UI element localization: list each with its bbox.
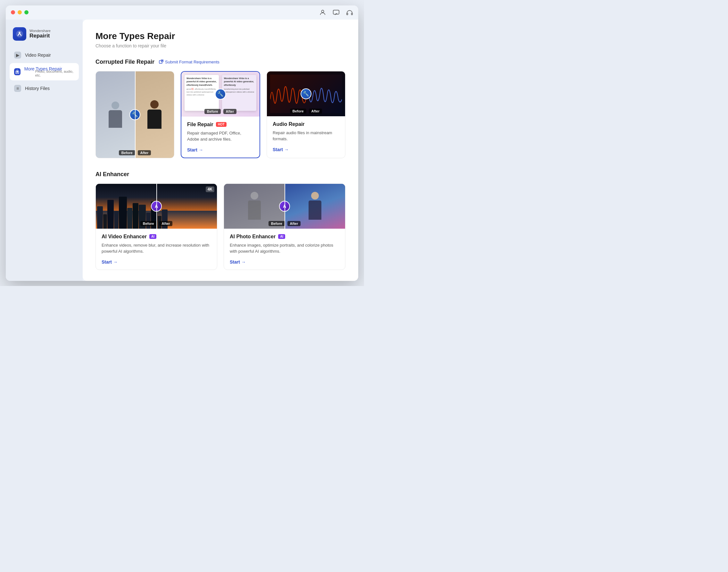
svg-rect-3	[351, 13, 353, 15]
ai-photo-title: AI Photo Enhancer	[230, 234, 276, 239]
sidebar: Wondershare Repairit ▶ Video Repair	[6, 19, 83, 281]
photo-after	[135, 71, 174, 158]
history-files-icon: ≡	[14, 85, 21, 92]
file-repair-desc: Repair damaged PDF, Office, Adobe and ar…	[187, 130, 254, 143]
logo-name: Repairit	[29, 33, 51, 39]
before-label: Before	[119, 150, 135, 155]
file-repair-icon: 🔧	[215, 89, 226, 99]
corrupted-file-repair-cards: 🔧 Before After Photo Repair HOT Repair c…	[95, 71, 345, 158]
app-body: Wondershare Repairit ▶ Video Repair	[6, 19, 358, 281]
ai-video-enhancer-card[interactable]: 4K A Before After AI Video Enhancer AI	[95, 184, 217, 270]
ai-video-title: AI Video Enhancer	[102, 234, 147, 239]
ai-video-body: AI Video Enhancer AI Enhance videos, rem…	[96, 229, 217, 270]
file-before-after-labels: Before After	[181, 109, 260, 114]
close-button[interactable]	[11, 10, 15, 14]
audio-repair-title-row: Audio Repair	[273, 121, 339, 127]
svg-point-5	[18, 32, 20, 33]
ai-badge-photo: AI	[278, 234, 285, 239]
file-repair-image: Wondershare Virbo is a powerful AI video…	[181, 72, 260, 117]
minimize-button[interactable]	[18, 10, 22, 14]
submit-format-label: Submit Format Requirements	[165, 60, 219, 64]
photo-repair-card[interactable]: 🔧 Before After Photo Repair HOT Repair c…	[95, 71, 174, 158]
ai-video-image: 4K A Before After	[96, 184, 217, 229]
logo-text: Wondershare Repairit	[29, 29, 51, 39]
ai-photo-image: A Before After	[224, 184, 345, 229]
corrupted-file-repair-title: Corrupted File Repair	[95, 59, 154, 65]
audio-repair-image: 🔧 Before After	[267, 71, 345, 116]
after-label: After	[223, 109, 237, 114]
sidebar-item-label: Video Repair	[25, 53, 51, 58]
audio-before-after-labels: Before After	[267, 109, 345, 114]
file-repair-card[interactable]: Wondershare Virbo is a powerful AI video…	[181, 71, 260, 158]
maximize-button[interactable]	[24, 10, 28, 14]
file-repair-title-row: File Repair HOT	[187, 122, 254, 128]
after-label: After	[287, 221, 301, 226]
sidebar-item-label: History Files	[25, 86, 50, 91]
file-repair-title: File Repair	[187, 122, 213, 128]
corrupted-file-repair-header: Corrupted File Repair Submit Format Requ…	[95, 59, 345, 65]
after-label: After	[138, 150, 151, 155]
sidebar-item-sublabel: Photo, document, audio, etc.	[35, 70, 74, 77]
titlebar-icons	[319, 9, 353, 16]
audio-repair-title: Audio Repair	[273, 121, 305, 127]
divider-line-photo	[284, 184, 285, 229]
before-label: Before	[204, 109, 221, 114]
ai-photo-start[interactable]: Start →	[230, 260, 339, 265]
chat-icon[interactable]	[333, 9, 340, 16]
ai-photo-title-row: AI Photo Enhancer AI	[230, 234, 339, 239]
before-label: Before	[268, 221, 285, 226]
sidebar-item-history-files[interactable]: ≡ History Files	[10, 82, 79, 95]
photo-repair-body: Photo Repair HOT Repair corrupted photos…	[96, 158, 174, 158]
ai-video-start[interactable]: Start →	[102, 260, 211, 265]
after-label: After	[309, 109, 322, 114]
divider-line-video	[156, 184, 157, 229]
titlebar	[6, 5, 358, 19]
ai-photo-desc: Enhance images, optimize portraits, and …	[230, 242, 339, 255]
traffic-lights	[11, 10, 28, 14]
svg-point-6	[16, 71, 18, 72]
before-label: Before	[140, 221, 157, 226]
ai-badge: AI	[149, 234, 156, 239]
more-types-icon	[14, 68, 20, 75]
sidebar-item-video-repair[interactable]: ▶ Video Repair	[10, 48, 79, 62]
photo-before	[96, 71, 135, 158]
badge-4k: 4K	[206, 187, 214, 192]
audio-repair-start[interactable]: Start →	[273, 147, 339, 152]
logo-brand: Wondershare	[29, 29, 51, 33]
external-link-icon	[159, 60, 163, 64]
audio-repair-body: Audio Repair Repair audio files in mains…	[267, 116, 345, 157]
audio-repair-desc: Repair audio files in mainstream formats…	[273, 130, 339, 143]
audio-repair-card[interactable]: 🔧 Before After Audio Repair Repair audio…	[267, 71, 345, 158]
before-label: Before	[290, 109, 306, 114]
user-icon[interactable]	[319, 9, 326, 16]
main-content: More Types Repair Choose a function to r…	[83, 19, 358, 281]
app-window: Wondershare Repairit ▶ Video Repair	[6, 5, 358, 281]
ai-video-desc: Enhance videos, remove blur, and increas…	[102, 242, 211, 255]
page-title: More Types Repair	[95, 31, 345, 41]
page-subtitle: Choose a function to repair your file	[95, 43, 345, 48]
logo: Wondershare Repairit	[10, 25, 79, 47]
hot-badge-file: HOT	[216, 122, 226, 127]
ai-photo-body: AI Photo Enhancer AI Enhance images, opt…	[224, 229, 345, 270]
ai-video-title-row: AI Video Enhancer AI	[102, 234, 211, 239]
logo-icon	[13, 27, 26, 41]
ai-enhancer-header: AI Enhancer	[95, 171, 345, 178]
svg-point-0	[321, 10, 324, 12]
video-repair-icon: ▶	[14, 52, 21, 59]
photo-repair-image: 🔧 Before After	[96, 71, 174, 158]
ai-enhancer-cards: 4K A Before After AI Video Enhancer AI	[95, 184, 345, 270]
file-repair-start[interactable]: Start →	[187, 147, 254, 152]
audio-repair-icon: 🔧	[301, 88, 312, 99]
ai-photo-enhancer-card[interactable]: A Before After AI Photo Enhancer AI Enha…	[224, 184, 345, 270]
submit-format-link[interactable]: Submit Format Requirements	[159, 60, 219, 64]
divider-line	[135, 71, 136, 158]
headphone-icon[interactable]	[346, 9, 353, 16]
file-repair-body: File Repair HOT Repair damaged PDF, Offi…	[181, 117, 260, 158]
ai-enhancer-title: AI Enhancer	[95, 171, 129, 178]
after-label: After	[159, 221, 173, 226]
svg-rect-2	[347, 13, 348, 15]
sidebar-item-more-types-repair[interactable]: More Types Repair Photo, document, audio…	[10, 63, 79, 80]
